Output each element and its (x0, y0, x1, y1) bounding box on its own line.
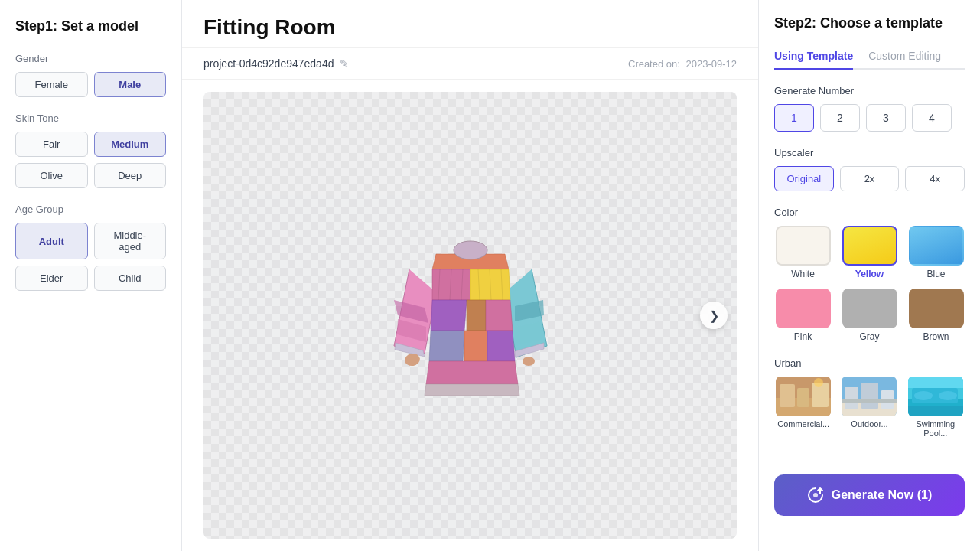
upscaler-buttons: Original 2x 4x (774, 166, 965, 191)
urban-label-2: Outdoor... (851, 419, 887, 429)
upscaler-label: Upscaler (774, 147, 965, 158)
color-blue-swatch (909, 226, 964, 266)
canvas-area: ❯ (203, 92, 737, 539)
left-sidebar: Step1: Set a model Gender Female Male Sk… (0, 0, 182, 551)
age-group-group: Adult Middle-aged Elder Child (15, 223, 166, 291)
main-content: Fitting Room project-0d4c92de947eda4d ✎ … (182, 0, 758, 551)
color-yellow-swatch (842, 226, 897, 266)
color-pink-swatch (776, 289, 831, 328)
color-white-item[interactable]: White (774, 226, 832, 279)
svg-point-0 (454, 241, 487, 259)
skin-deep-btn[interactable]: Deep (94, 163, 167, 188)
sweater-svg (371, 178, 570, 453)
skin-olive-btn[interactable]: Olive (15, 163, 88, 188)
skin-medium-btn[interactable]: Medium (94, 132, 167, 157)
skin-tone-label: Skin Tone (15, 112, 166, 124)
right-panel: Step2: Choose a template Using Template … (758, 0, 980, 551)
color-label: Color (774, 207, 965, 218)
color-brown-item[interactable]: Brown (907, 289, 965, 342)
svg-point-2 (523, 357, 535, 366)
color-pink-item[interactable]: Pink (774, 289, 832, 342)
project-id: project-0d4c92de947eda4d ✎ (203, 57, 349, 70)
svg-point-25 (914, 391, 933, 400)
upscaler-section: Upscaler Original 2x 4x (774, 147, 965, 191)
urban-label-1: Commercial... (777, 419, 829, 429)
generate-number-section: Generate Number 1 2 3 4 (774, 85, 965, 132)
color-gray-swatch (842, 289, 897, 328)
svg-rect-27 (908, 406, 963, 416)
svg-rect-20 (842, 399, 897, 403)
edit-icon[interactable]: ✎ (340, 57, 349, 70)
generate-icon (807, 487, 824, 504)
gender-group: Female Male (15, 72, 166, 97)
urban-section: Urban Commercial... (774, 357, 965, 438)
color-brown-swatch (909, 289, 964, 328)
svg-rect-12 (797, 388, 809, 407)
svg-point-14 (814, 378, 823, 387)
color-grid: White Yellow Blue Pink Gray (774, 226, 965, 342)
svg-point-26 (939, 391, 957, 400)
gender-label: Gender (15, 53, 166, 64)
age-middle-btn[interactable]: Middle-aged (94, 223, 167, 259)
gender-female-btn[interactable]: Female (15, 72, 88, 97)
urban-label: Urban (774, 357, 965, 369)
template-tabs: Using Template Custom Editing (774, 44, 965, 70)
garment-display (363, 162, 578, 468)
tab-custom-editing[interactable]: Custom Editing (868, 44, 941, 70)
color-gray-item[interactable]: Gray (841, 289, 898, 342)
skin-fair-btn[interactable]: Fair (15, 132, 88, 157)
svg-rect-17 (845, 387, 858, 409)
color-pink-label: Pink (794, 331, 812, 342)
project-bar: project-0d4c92de947eda4d ✎ Created on: 2… (182, 48, 758, 80)
color-white-swatch (776, 226, 831, 266)
number-4-btn[interactable]: 4 (912, 104, 952, 132)
number-buttons: 1 2 3 4 (774, 104, 965, 132)
upscaler-2x-btn[interactable]: 2x (840, 166, 900, 191)
step1-title: Step1: Set a model (15, 18, 166, 34)
upscaler-original-btn[interactable]: Original (774, 166, 834, 191)
svg-point-28 (813, 493, 818, 497)
urban-thumb-1 (776, 377, 831, 416)
tab-using-template[interactable]: Using Template (774, 44, 853, 70)
gender-male-btn[interactable]: Male (94, 72, 167, 97)
color-blue-label: Blue (926, 269, 945, 279)
urban-grid: Commercial... Outdoor... (774, 377, 965, 438)
urban-item-1[interactable]: Commercial... (774, 377, 832, 438)
age-elder-btn[interactable]: Elder (15, 266, 88, 291)
color-blue-item[interactable]: Blue (907, 226, 965, 279)
color-yellow-label: Yellow (855, 269, 884, 279)
page-title: Fitting Room (203, 15, 336, 40)
upscaler-4x-btn[interactable]: 4x (905, 166, 965, 191)
number-1-btn[interactable]: 1 (774, 104, 814, 132)
age-adult-btn[interactable]: Adult (15, 223, 88, 259)
color-brown-label: Brown (923, 331, 949, 342)
generate-btn-container: Generate Now (1) (759, 453, 980, 519)
urban-item-2[interactable]: Outdoor... (840, 377, 898, 438)
color-gray-label: Gray (859, 331, 879, 342)
number-3-btn[interactable]: 3 (866, 104, 906, 132)
urban-thumb-2 (842, 377, 897, 416)
urban-thumb-3 (908, 377, 963, 416)
main-header: Fitting Room (182, 0, 758, 48)
step2-title: Step2: Choose a template (774, 15, 965, 31)
generate-now-button[interactable]: Generate Now (1) (774, 474, 965, 516)
color-yellow-item[interactable]: Yellow (841, 226, 898, 279)
skin-tone-group: Fair Medium Olive Deep (15, 132, 166, 188)
urban-label-3: Swimming Pool... (907, 419, 965, 438)
color-section: Color White Yellow Blue Pink (774, 207, 965, 342)
svg-rect-11 (780, 384, 795, 407)
canvas-nav-arrow[interactable]: ❯ (700, 302, 728, 329)
number-2-btn[interactable]: 2 (820, 104, 860, 132)
urban-item-3[interactable]: Swimming Pool... (907, 377, 965, 438)
age-group-label: Age Group (15, 204, 166, 215)
generate-number-label: Generate Number (774, 85, 965, 96)
svg-rect-23 (908, 377, 963, 388)
created-date: Created on: 2023-09-12 (628, 58, 737, 70)
generate-btn-label: Generate Now (1) (832, 488, 933, 502)
svg-rect-18 (861, 383, 878, 409)
color-white-label: White (791, 269, 815, 279)
age-child-btn[interactable]: Child (94, 266, 167, 291)
